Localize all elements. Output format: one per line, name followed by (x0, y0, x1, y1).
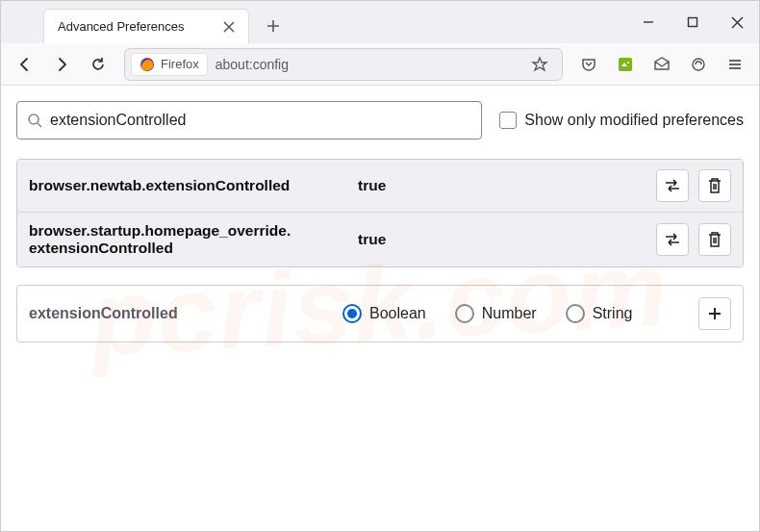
bookmark-star-icon[interactable] (523, 48, 556, 81)
search-row: Show only modified preferences (16, 101, 744, 139)
show-modified-checkbox[interactable]: Show only modified preferences (499, 112, 744, 129)
pref-name: browser.newtab.extensionControlled (29, 177, 346, 194)
browser-toolbar: Firefox about:config (1, 43, 759, 86)
minimize-button[interactable] (626, 1, 671, 43)
svg-point-3 (693, 59, 704, 70)
about-config-content: Show only modified preferences browser.n… (1, 86, 759, 358)
delete-button[interactable] (698, 223, 731, 256)
pref-row: browser.startup.homepage_override.extens… (17, 213, 743, 266)
window-controls (626, 1, 759, 43)
tab-title: Advanced Preferences (58, 19, 185, 34)
svg-rect-0 (689, 18, 697, 27)
close-window-button[interactable] (715, 1, 759, 43)
toggle-button[interactable] (656, 169, 689, 202)
radio-icon (455, 304, 474, 323)
identity-box[interactable]: Firefox (131, 53, 208, 76)
delete-button[interactable] (698, 169, 731, 202)
pref-value: true (358, 177, 645, 194)
checkbox-icon (499, 112, 517, 129)
inbox-icon[interactable] (646, 48, 678, 81)
radio-label: String (593, 305, 633, 322)
search-icon (27, 113, 42, 128)
svg-point-4 (29, 114, 38, 124)
firefox-icon (139, 57, 155, 72)
pref-search-box[interactable] (16, 101, 482, 139)
new-pref-name: extensionControlled (29, 305, 327, 322)
close-tab-icon[interactable] (223, 21, 235, 33)
add-pref-button[interactable] (698, 297, 731, 330)
radio-icon (566, 304, 585, 323)
url-text: about:config (215, 57, 289, 72)
radio-label: Boolean (369, 305, 426, 322)
reload-button[interactable] (82, 48, 114, 81)
radio-string[interactable]: String (566, 304, 633, 323)
identity-label: Firefox (161, 57, 199, 71)
pref-row: browser.newtab.extensionControlled true (17, 160, 743, 213)
radio-number[interactable]: Number (455, 304, 537, 323)
pocket-icon[interactable] (572, 48, 605, 81)
pref-table: browser.newtab.extensionControlled true … (16, 159, 744, 267)
pref-name: browser.startup.homepage_override.extens… (29, 222, 346, 257)
toggle-button[interactable] (656, 223, 689, 256)
pref-value: true (358, 231, 645, 248)
show-modified-label: Show only modified preferences (524, 112, 744, 129)
forward-button[interactable] (45, 48, 78, 81)
new-pref-row: extensionControlled Boolean Number Strin… (16, 285, 744, 342)
type-radio-group: Boolean Number String (342, 304, 683, 323)
back-button[interactable] (9, 48, 41, 81)
shield-icon[interactable] (682, 48, 715, 81)
radio-label: Number (482, 305, 537, 322)
radio-icon (342, 304, 362, 323)
maximize-button[interactable] (671, 1, 715, 43)
radio-boolean[interactable]: Boolean (342, 304, 426, 323)
url-bar[interactable]: Firefox about:config (124, 48, 563, 81)
titlebar: Advanced Preferences (1, 1, 759, 43)
pref-search-input[interactable] (50, 112, 471, 129)
menu-button[interactable] (719, 48, 751, 81)
extension-icon[interactable] (609, 48, 642, 81)
new-tab-button[interactable] (259, 12, 288, 40)
browser-tab[interactable]: Advanced Preferences (43, 9, 249, 43)
